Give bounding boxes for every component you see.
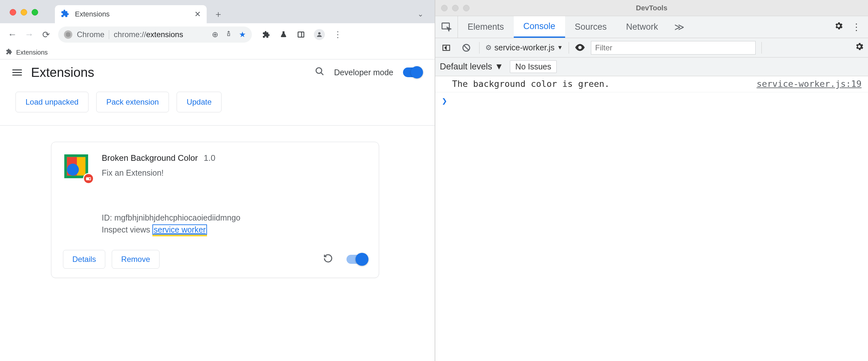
tab-sources[interactable]: Sources bbox=[565, 16, 616, 38]
filter-input[interactable] bbox=[591, 41, 755, 55]
extensions-puzzle-icon[interactable] bbox=[261, 30, 271, 39]
extension-version: 1.0 bbox=[204, 153, 215, 163]
profile-avatar-button[interactable] bbox=[314, 29, 325, 40]
console-toolbar: ⚙ service-worker.js ▼ bbox=[435, 38, 868, 58]
omnibox-url-prefix: chrome:// bbox=[114, 30, 146, 39]
svg-point-3 bbox=[316, 67, 321, 73]
developer-mode-toggle[interactable] bbox=[403, 67, 423, 77]
console-settings-button[interactable] bbox=[855, 42, 864, 54]
console-toolbar-secondary: Default levels ▼ No Issues bbox=[435, 58, 868, 76]
settings-gear-icon[interactable] bbox=[834, 21, 843, 33]
reload-extension-button[interactable] bbox=[323, 253, 333, 265]
svg-rect-0 bbox=[298, 32, 304, 37]
svg-point-2 bbox=[318, 32, 320, 35]
extension-enable-toggle[interactable] bbox=[346, 255, 367, 264]
console-prompt[interactable]: ❯ bbox=[435, 92, 868, 110]
browser-tab[interactable]: Extensions ✕ bbox=[55, 5, 207, 23]
context-label: service-worker.js bbox=[494, 43, 554, 52]
toolbar-actions: ⋮ bbox=[261, 29, 342, 40]
page-title: Extensions bbox=[31, 65, 94, 80]
search-icon[interactable] bbox=[315, 66, 324, 79]
maximize-window-button[interactable] bbox=[32, 9, 38, 16]
address-bar[interactable]: Chrome chrome://extensions ⊕ ★ bbox=[58, 27, 252, 42]
svg-point-10 bbox=[89, 178, 91, 180]
load-unpacked-button[interactable]: Load unpacked bbox=[16, 92, 89, 112]
forward-button[interactable]: → bbox=[23, 28, 35, 41]
prompt-caret-icon: ❯ bbox=[442, 96, 447, 106]
window-controls bbox=[10, 9, 38, 16]
tabs-dropdown-button[interactable]: ⌄ bbox=[414, 8, 427, 21]
devtools-window-controls bbox=[441, 5, 469, 11]
log-message: The background color is green. bbox=[452, 79, 610, 89]
reload-button[interactable]: ⟳ bbox=[39, 28, 52, 41]
minimize-window-button[interactable] bbox=[452, 5, 459, 11]
toolbar-separator bbox=[762, 42, 762, 54]
zoom-icon[interactable]: ⊕ bbox=[212, 30, 218, 39]
close-window-button[interactable] bbox=[441, 5, 447, 11]
svg-line-4 bbox=[321, 72, 323, 75]
new-tab-button[interactable]: ＋ bbox=[212, 8, 225, 21]
log-source-link[interactable]: service-worker.js:19 bbox=[756, 79, 862, 89]
extension-icon bbox=[61, 9, 69, 19]
chevron-down-icon: ▼ bbox=[557, 44, 563, 51]
extension-icon-wrap bbox=[63, 153, 91, 181]
inspect-views-row: Inspect views service worker bbox=[102, 225, 367, 234]
developer-actions: Load unpacked Pack extension Update bbox=[0, 85, 435, 126]
unpacked-badge-icon bbox=[83, 173, 94, 184]
toolbar-separator bbox=[479, 42, 479, 54]
devtools-title: DevTools bbox=[636, 4, 667, 12]
bookmark-star-icon[interactable]: ★ bbox=[239, 30, 246, 39]
extensions-header: Extensions Developer mode bbox=[0, 59, 435, 85]
side-panel-icon[interactable] bbox=[297, 30, 306, 39]
chrome-window: Extensions ✕ ＋ ⌄ ← → ⟳ Chrome chrome://e… bbox=[0, 0, 435, 361]
clear-console-button[interactable] bbox=[459, 41, 473, 55]
svg-line-14 bbox=[464, 46, 469, 50]
service-worker-link[interactable]: service worker bbox=[152, 224, 207, 235]
share-icon[interactable] bbox=[225, 30, 232, 39]
extension-card: Broken Background Color 1.0 Fix an Exten… bbox=[51, 142, 379, 278]
extensions-list: Broken Background Color 1.0 Fix an Exten… bbox=[0, 126, 435, 278]
omnibox-url: chrome://extensions bbox=[114, 30, 183, 39]
extension-id: ID: mgfbhjnibhjdehcphiocaoiediidmngo bbox=[102, 213, 367, 222]
update-button[interactable]: Update bbox=[177, 92, 221, 112]
tab-strip: Extensions ✕ ＋ ⌄ bbox=[0, 0, 435, 23]
browser-toolbar: ← → ⟳ Chrome chrome://extensions ⊕ ★ bbox=[0, 23, 435, 46]
context-gear-icon: ⚙ bbox=[485, 43, 492, 52]
extension-description: Fix an Extension! bbox=[102, 168, 367, 178]
menu-button[interactable] bbox=[12, 69, 22, 76]
bookmark-item[interactable]: Extensions bbox=[16, 49, 48, 56]
bookmark-extension-icon bbox=[6, 49, 12, 57]
inspect-element-button[interactable] bbox=[435, 16, 458, 38]
chevron-down-icon: ▼ bbox=[495, 62, 503, 72]
devtools-menu-button[interactable]: ⋮ bbox=[852, 22, 861, 32]
labs-flask-icon[interactable] bbox=[279, 30, 288, 39]
live-expression-button[interactable] bbox=[575, 42, 585, 53]
back-button[interactable]: ← bbox=[6, 28, 19, 41]
close-tab-button[interactable]: ✕ bbox=[194, 10, 201, 19]
site-chrome-icon bbox=[64, 30, 72, 39]
svg-point-8 bbox=[67, 164, 79, 176]
tab-console[interactable]: Console bbox=[514, 16, 565, 38]
omnibox-url-path: extensions bbox=[146, 30, 183, 39]
remove-button[interactable]: Remove bbox=[112, 250, 159, 269]
tabs-overflow-button[interactable]: ≫ bbox=[668, 16, 691, 38]
pack-extension-button[interactable]: Pack extension bbox=[96, 92, 169, 112]
omnibox-origin: Chrome bbox=[77, 30, 104, 39]
tab-title: Extensions bbox=[75, 10, 110, 19]
toggle-console-sidebar-button[interactable] bbox=[439, 41, 454, 55]
toolbar-separator bbox=[569, 42, 569, 54]
chrome-menu-button[interactable]: ⋮ bbox=[333, 30, 342, 39]
inspect-views-label: Inspect views bbox=[102, 225, 152, 234]
developer-mode-label: Developer mode bbox=[334, 68, 393, 77]
console-output: The background color is green. service-w… bbox=[435, 76, 868, 361]
minimize-window-button[interactable] bbox=[21, 9, 27, 16]
maximize-window-button[interactable] bbox=[463, 5, 469, 11]
tab-network[interactable]: Network bbox=[616, 16, 668, 38]
context-selector[interactable]: ⚙ service-worker.js ▼ bbox=[485, 43, 563, 52]
tab-elements[interactable]: Elements bbox=[458, 16, 514, 38]
close-window-button[interactable] bbox=[10, 9, 16, 16]
console-log-entry: The background color is green. service-w… bbox=[435, 76, 868, 92]
details-button[interactable]: Details bbox=[63, 250, 105, 269]
log-levels-selector[interactable]: Default levels ▼ bbox=[440, 62, 503, 72]
issues-button[interactable]: No Issues bbox=[510, 60, 557, 73]
